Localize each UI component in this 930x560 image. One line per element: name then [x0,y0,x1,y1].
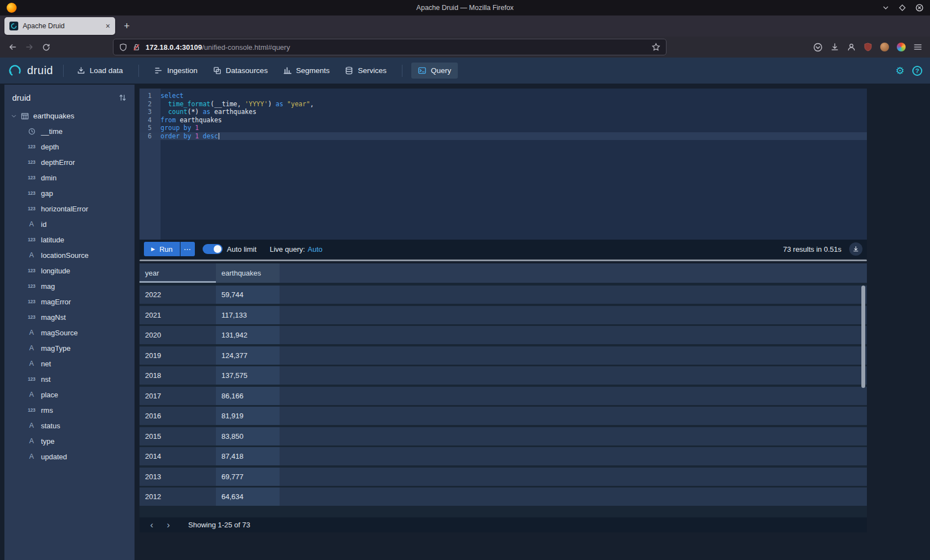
sidebar-column-__time[interactable]: __time [4,123,135,139]
cell-year[interactable]: 2013 [140,468,216,486]
sidebar-column-magType[interactable]: AmagType [4,340,135,356]
vertical-scrollbar[interactable] [861,286,865,388]
panel-resize-handle[interactable] [140,260,867,261]
code-line-1[interactable]: 1select [140,92,867,100]
sidebar-column-net[interactable]: Anet [4,356,135,371]
cell-year[interactable]: 2012 [140,488,216,506]
sidebar-column-depthError[interactable]: 123depthError [4,154,135,170]
druid-brand[interactable]: druid [8,64,53,78]
cell-earthquakes[interactable]: 69,777 [216,468,280,486]
load-data-icon [77,66,85,75]
code-line-3[interactable]: 3 count(*) as earthquakes [140,108,867,116]
sidebar-column-updated[interactable]: Aupdated [4,449,135,464]
code-line-2[interactable]: 2 time_format(__time, 'YYYY') as "year", [140,100,867,108]
extension-pinwheel-icon[interactable] [897,43,906,51]
url-text: 172.18.0.4:30109/unified-console.html#qu… [146,43,290,51]
sql-editor[interactable]: 1select2 time_format(__time, 'YYYY') as … [140,89,867,240]
pocket-icon[interactable] [813,43,823,52]
download-results-button[interactable] [849,242,862,256]
auto-limit-toggle[interactable] [203,244,223,254]
gear-icon[interactable]: ⚙ [896,66,905,76]
live-query: Live query:Auto [270,245,322,253]
cell-earthquakes[interactable]: 59,744 [216,286,280,304]
run-button[interactable]: ▶ Run [144,242,180,256]
help-icon[interactable]: ? [912,66,922,76]
table-row: 202259,744 [140,286,867,304]
reload-button[interactable] [38,39,54,55]
nav-ingestion[interactable]: Ingestion [148,63,204,79]
sidebar-column-rms[interactable]: 123rms [4,402,135,418]
url-bar[interactable]: 172.18.0.4:30109/unified-console.html#qu… [113,39,666,55]
tracking-protection-shield-icon[interactable] [119,43,127,51]
cell-earthquakes[interactable]: 124,377 [216,346,280,365]
next-page-button[interactable]: › [162,519,175,531]
sort-columns-icon[interactable] [118,94,127,102]
nav-load-data[interactable]: Load data [70,63,130,79]
cell-year[interactable]: 2018 [140,366,216,385]
window-maximize-icon[interactable] [899,4,906,11]
cell-earthquakes[interactable]: 81,919 [216,407,280,425]
forward-button[interactable] [21,39,38,55]
sidebar-column-type[interactable]: Atype [4,433,135,449]
cell-earthquakes[interactable]: 87,418 [216,447,280,465]
sidebar-column-magNst[interactable]: 123magNst [4,309,135,325]
sidebar-column-status[interactable]: Astatus [4,418,135,433]
live-query-value[interactable]: Auto [308,245,323,253]
code-line-6[interactable]: 6order by 1 desc [140,132,867,141]
ublock-extension-icon[interactable] [864,43,872,51]
code-line-4[interactable]: 4from earthquakes [140,116,867,125]
window-minimize-icon[interactable] [882,4,889,11]
downloads-icon[interactable] [830,43,839,51]
cell-earthquakes[interactable]: 64,634 [216,488,280,506]
cell-earthquakes[interactable]: 86,166 [216,387,280,405]
sidebar-column-magError[interactable]: 123magError [4,294,135,309]
cell-year[interactable]: 2015 [140,427,216,445]
sidebar-column-mag[interactable]: 123mag [4,278,135,294]
cell-year[interactable]: 2016 [140,407,216,425]
column-header-earthquakes[interactable]: earthquakes [216,263,280,283]
nav-query[interactable]: Query [411,63,458,79]
cell-earthquakes[interactable]: 117,133 [216,306,280,324]
bookmark-star-icon[interactable] [652,43,660,51]
prev-page-button[interactable]: ‹ [145,519,158,531]
run-more-button[interactable]: ⋯ [180,242,195,256]
nav-segments[interactable]: Segments [277,63,337,79]
sidebar-column-dmin[interactable]: 123dmin [4,170,135,185]
cell-year[interactable]: 2014 [140,447,216,465]
window-close-icon[interactable] [916,4,923,12]
cell-year[interactable]: 2019 [140,346,216,365]
code-line-5[interactable]: 5group by 1 [140,124,867,132]
nav-services[interactable]: Services [338,63,393,79]
sidebar-column-id[interactable]: Aid [4,216,135,232]
nav-datasources[interactable]: Datasources [206,63,275,79]
sidebar-column-depth[interactable]: 123depth [4,139,135,154]
number-type-icon: 123 [27,376,37,382]
string-type-icon: A [27,360,37,367]
insecure-lock-icon[interactable] [132,43,141,51]
sidebar-column-gap[interactable]: 123gap [4,185,135,201]
profile-avatar-icon[interactable] [880,43,889,51]
sidebar-column-latitude[interactable]: 123latitude [4,232,135,247]
sidebar-column-nst[interactable]: 123nst [4,371,135,387]
sidebar-column-place[interactable]: Aplace [4,387,135,402]
back-button[interactable] [4,39,21,55]
sidebar-datasource-earthquakes[interactable]: earthquakes [4,108,135,123]
account-icon[interactable] [847,43,856,51]
column-name: latitude [41,236,64,244]
browser-tab-apache-druid[interactable]: Apache Druid × [4,17,115,35]
sidebar-column-longitude[interactable]: 123longitude [4,263,135,278]
column-header-year[interactable]: year [140,263,216,283]
new-tab-button[interactable]: + [118,18,135,34]
cell-year[interactable]: 2017 [140,387,216,405]
sidebar-column-horizontalError[interactable]: 123horizontalError [4,201,135,216]
cell-earthquakes[interactable]: 83,850 [216,427,280,445]
cell-year[interactable]: 2020 [140,326,216,344]
cell-earthquakes[interactable]: 137,575 [216,366,280,385]
cell-year[interactable]: 2021 [140,306,216,324]
sidebar-column-locationSource[interactable]: AlocationSource [4,247,135,263]
menu-icon[interactable] [913,43,922,51]
cell-earthquakes[interactable]: 131,942 [216,326,280,344]
cell-year[interactable]: 2022 [140,286,216,304]
tab-close-icon[interactable]: × [106,22,110,30]
sidebar-column-magSource[interactable]: AmagSource [4,325,135,340]
